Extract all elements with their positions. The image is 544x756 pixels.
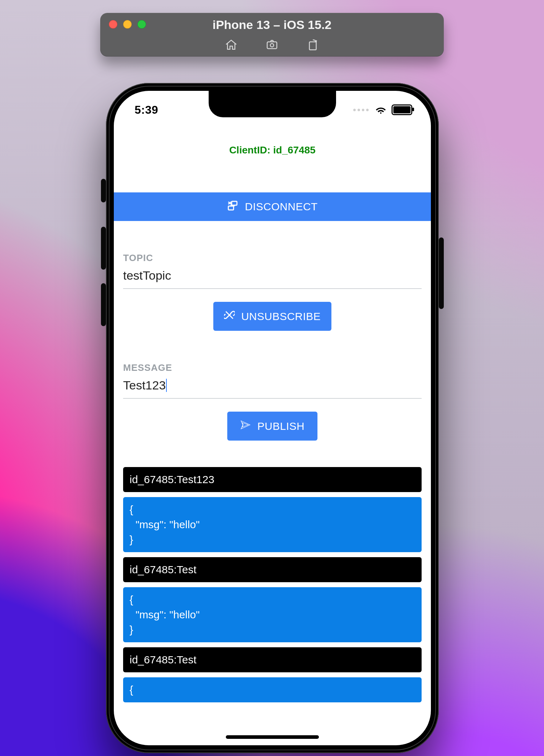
cellular-dots-icon <box>353 109 369 111</box>
topic-label: TOPIC <box>123 252 422 264</box>
svg-rect-3 <box>232 201 237 205</box>
message-incoming[interactable]: { "msg": "hello" } <box>123 497 422 552</box>
message-outgoing[interactable]: id_67485:Test <box>123 647 422 672</box>
simulator-title: iPhone 13 – iOS 15.2 <box>100 18 444 32</box>
send-icon <box>240 419 251 433</box>
volume-down-button[interactable] <box>101 283 106 326</box>
volume-up-button[interactable] <box>101 227 106 270</box>
status-time: 5:39 <box>135 103 158 117</box>
message-input[interactable]: Test123 <box>123 373 422 399</box>
disconnect-label: DISCONNECT <box>245 201 317 213</box>
svg-rect-2 <box>310 42 316 50</box>
message-feed[interactable]: id_67485:Test123 { "msg": "hello" } id_6… <box>114 467 431 702</box>
screenshot-icon[interactable] <box>265 38 279 53</box>
home-indicator[interactable] <box>226 735 319 739</box>
client-id-label: ClientID: id_67485 <box>114 144 431 156</box>
message-value: Test123 <box>123 378 166 392</box>
message-outgoing[interactable]: id_67485:Test123 <box>123 467 422 492</box>
message-incoming[interactable]: { <box>123 677 422 702</box>
battery-icon <box>392 104 412 115</box>
app-root: ClientID: id_67485 DISCONNECT TOPIC <box>114 91 431 745</box>
message-label: MESSAGE <box>123 362 422 373</box>
wifi-icon <box>375 105 387 114</box>
message-outgoing[interactable]: id_67485:Test <box>123 557 422 582</box>
unsubscribe-button[interactable]: UNSUBSCRIBE <box>213 302 331 331</box>
disconnect-button[interactable]: DISCONNECT <box>114 192 431 221</box>
rotate-icon[interactable] <box>306 38 320 53</box>
svg-point-1 <box>270 44 274 47</box>
iphone-device-frame: 5:39 ClientID: id_67485 DISCONNECT <box>106 83 439 753</box>
unsubscribe-label: UNSUBSCRIBE <box>241 310 321 323</box>
device-notch <box>209 91 336 117</box>
disconnect-icon <box>227 200 238 214</box>
simulator-titlebar: iPhone 13 – iOS 15.2 <box>100 13 444 57</box>
home-icon[interactable] <box>224 38 238 53</box>
unsubscribe-icon <box>224 310 235 323</box>
svg-rect-0 <box>267 42 277 49</box>
publish-button[interactable]: PUBLISH <box>227 412 317 441</box>
svg-rect-4 <box>228 206 234 210</box>
side-button[interactable] <box>439 237 444 309</box>
publish-label: PUBLISH <box>257 420 305 432</box>
text-cursor <box>166 379 167 392</box>
mute-switch[interactable] <box>101 179 106 202</box>
device-screen: 5:39 ClientID: id_67485 DISCONNECT <box>114 91 431 745</box>
message-incoming[interactable]: { "msg": "hello" } <box>123 587 422 642</box>
topic-input[interactable] <box>123 264 422 289</box>
